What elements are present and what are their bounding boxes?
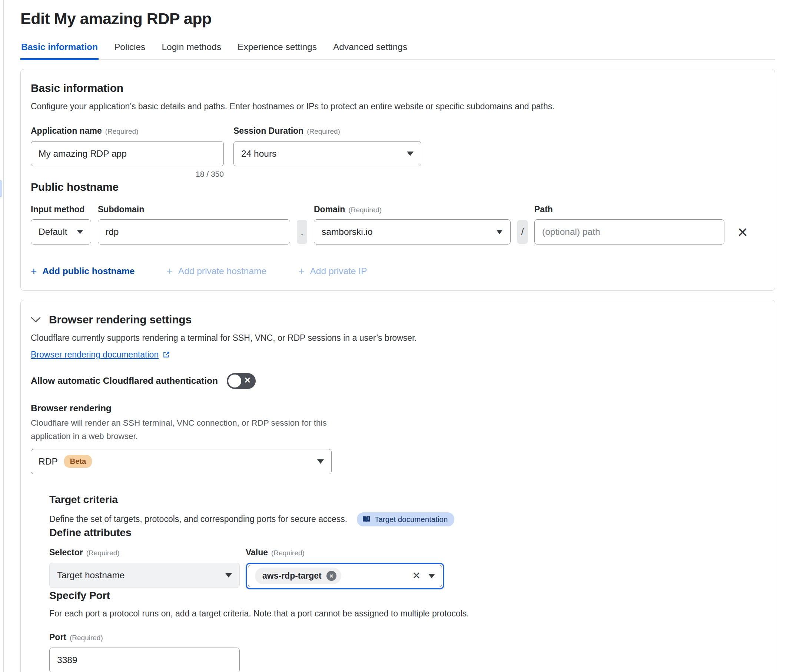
dot-separator: . [297, 220, 307, 244]
external-link-icon [162, 351, 170, 358]
cloudflared-auth-toggle[interactable]: ✕ [227, 373, 256, 389]
beta-badge: Beta [64, 455, 92, 468]
browser-rendering-card: Browser rendering settings Cloudflare cu… [20, 300, 775, 672]
tab-login-methods[interactable]: Login methods [161, 39, 222, 60]
required-hint: (Required) [348, 206, 381, 214]
selector-field-group: Selector(Required) Target hostname [49, 547, 240, 589]
specify-port-description: For each port a protocol runs on, add a … [49, 608, 764, 620]
port-label: Port(Required) [49, 632, 764, 642]
clear-icon[interactable]: ✕ [412, 571, 421, 581]
path-input[interactable] [534, 219, 724, 245]
selector-value: Target hostname [57, 570, 125, 581]
plus-icon: + [167, 265, 172, 277]
public-hostname-row: Input method Default Subdomain . Domain(… [31, 205, 764, 245]
selector-select[interactable]: Target hostname [49, 563, 240, 588]
tab-experience-settings[interactable]: Experience settings [237, 39, 317, 60]
browser-rendering-header[interactable]: Browser rendering settings [31, 314, 764, 326]
target-criteria-heading: Target criteria [49, 493, 764, 506]
add-public-hostname-button[interactable]: + Add public hostname [31, 265, 135, 277]
tab-policies[interactable]: Policies [114, 39, 146, 60]
value-label: Value(Required) [246, 547, 444, 558]
port-input[interactable] [49, 648, 240, 672]
browser-rendering-value: RDP [38, 456, 58, 467]
chevron-down-icon [317, 459, 324, 464]
browser-rendering-sub-description: Cloudflare will render an SSH terminal, … [31, 416, 329, 443]
domain-value: samborski.io [322, 227, 373, 237]
subdomain-label: Subdomain [98, 205, 290, 214]
value-chip: aws-rdp-target ✕ [255, 568, 341, 584]
target-documentation-badge[interactable]: Target documentation [357, 512, 454, 526]
selector-label: Selector(Required) [49, 547, 240, 558]
required-hint: (Required) [271, 549, 304, 557]
session-duration-field-group: Session Duration(Required) 24 hours [234, 126, 421, 179]
define-attributes-heading: Define attributes [49, 526, 764, 539]
browser-rendering-selected: RDP Beta [38, 455, 92, 468]
target-criteria-description: Define the set of targets, protocols, an… [49, 513, 347, 525]
tab-bar: Basic information Policies Login methods… [20, 39, 775, 60]
input-method-value: Default [38, 227, 67, 237]
session-duration-value: 24 hours [241, 149, 276, 159]
tab-advanced-settings[interactable]: Advanced settings [332, 39, 408, 60]
input-method-field-group: Input method Default [31, 205, 91, 245]
browser-rendering-label: Browser rendering [31, 403, 764, 413]
domain-field-group: Domain(Required) samborski.io [314, 205, 511, 245]
browser-rendering-settings-heading: Browser rendering settings [49, 314, 192, 326]
character-counter: 18 / 350 [31, 170, 224, 179]
close-icon[interactable]: ✕ [737, 226, 748, 239]
value-field-icons: ✕ [412, 571, 435, 581]
chevron-down-icon [225, 573, 232, 578]
session-duration-select[interactable]: 24 hours [234, 141, 421, 166]
path-label: Path [534, 205, 724, 214]
domain-label: Domain(Required) [314, 205, 511, 214]
page-title: Edit My amazing RDP app [20, 10, 775, 28]
cloudflared-auth-row: Allow automatic Cloudflared authenticati… [31, 373, 764, 389]
application-name-field-group: Application name(Required) 18 / 350 [31, 126, 224, 179]
basic-information-card: Basic information Configure your applica… [20, 69, 775, 291]
path-field-group: Path [534, 205, 724, 245]
edit-application-page: Edit My amazing RDP app Basic informatio… [0, 0, 790, 672]
subdomain-input[interactable] [98, 219, 290, 245]
subdomain-field-group: Subdomain [98, 205, 290, 245]
value-field-group: Value(Required) aws-rdp-target ✕ ✕ [246, 547, 444, 589]
input-method-select[interactable]: Default [31, 219, 91, 245]
add-private-ip-button[interactable]: + Add private IP [298, 265, 367, 277]
name-session-row: Application name(Required) 18 / 350 Sess… [31, 126, 764, 179]
input-method-label: Input method [31, 205, 91, 214]
selector-value-row: Selector(Required) Target hostname Value… [49, 547, 764, 589]
cloudflared-auth-label: Allow automatic Cloudflared authenticati… [31, 376, 218, 386]
public-hostname-heading: Public hostname [31, 181, 764, 194]
sidebar-scroll-indicator [0, 181, 2, 197]
application-name-input[interactable] [31, 141, 224, 166]
tab-basic-information[interactable]: Basic information [20, 39, 99, 60]
application-name-label: Application name(Required) [31, 126, 224, 136]
required-hint: (Required) [105, 128, 139, 135]
browser-rendering-doc-link[interactable]: Browser rendering documentation [31, 350, 170, 360]
toggle-off-x-icon: ✕ [244, 376, 251, 386]
browser-rendering-select[interactable]: RDP Beta [31, 449, 332, 474]
hostname-actions-row: + Add public hostname + Add private host… [31, 265, 764, 277]
required-hint: (Required) [87, 549, 120, 557]
slash-separator: / [517, 220, 528, 244]
chevron-down-icon[interactable] [428, 574, 435, 578]
plus-icon: + [31, 265, 37, 277]
chevron-down-icon [496, 230, 503, 234]
session-duration-label: Session Duration(Required) [234, 126, 421, 136]
required-hint: (Required) [307, 128, 340, 135]
specify-port-heading: Specify Port [49, 589, 764, 602]
chip-remove-icon[interactable]: ✕ [327, 571, 337, 581]
page-left-border [3, 0, 4, 672]
domain-select[interactable]: samborski.io [314, 219, 511, 245]
basic-information-heading: Basic information [31, 82, 764, 94]
required-hint: (Required) [70, 634, 103, 642]
value-multiselect-inner: aws-rdp-target ✕ ✕ [248, 565, 442, 587]
add-private-hostname-button[interactable]: + Add private hostname [167, 265, 266, 277]
collapse-chevron-icon[interactable] [31, 317, 41, 323]
target-criteria-description-row: Define the set of targets, protocols, an… [49, 512, 764, 526]
toggle-knob [228, 374, 241, 387]
book-icon [362, 516, 370, 523]
value-multiselect-focused[interactable]: aws-rdp-target ✕ ✕ [246, 563, 444, 589]
basic-information-description: Configure your application’s basic detai… [31, 101, 764, 113]
plus-icon: + [298, 265, 304, 277]
target-criteria-section: Target criteria Define the set of target… [49, 493, 764, 672]
browser-rendering-description: Cloudflare currently supports rendering … [31, 332, 764, 344]
